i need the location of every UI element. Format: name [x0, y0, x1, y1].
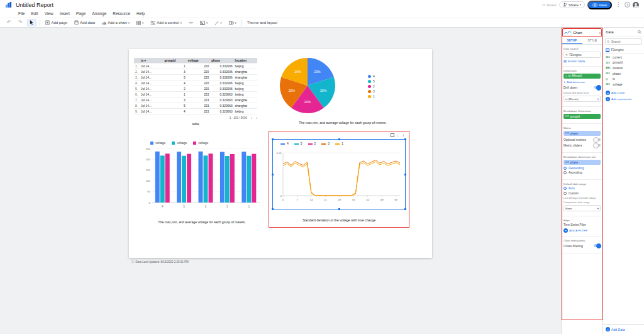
menu-page[interactable]: Page — [75, 11, 86, 16]
field-search[interactable] — [605, 38, 642, 45]
add-data-button[interactable]: Add data — [72, 19, 97, 26]
breakdown-dimension-chip[interactable]: 123 groupid — [564, 114, 601, 119]
pie-legend-item[interactable]: 1 — [368, 94, 375, 98]
next-page-icon[interactable]: › — [256, 116, 257, 120]
pie-legend-item[interactable]: 2 — [368, 84, 375, 88]
edit-toolbar: ↶ ↷ Add page Add data Add a chart ▾ ▾ Ad… — [0, 18, 644, 28]
dimension-chip[interactable]: ◷ ts (Minute) — [564, 74, 601, 79]
line-legend-item[interactable]: 1 — [335, 142, 343, 145]
view-button[interactable]: View — [587, 1, 612, 9]
report-page[interactable]: ts ▾groupidvoltagephaselocation 1.Jul 14… — [129, 49, 432, 258]
pie-legend-item[interactable]: 4 — [368, 74, 375, 78]
bar-legend-item[interactable]: voltage — [150, 141, 165, 145]
blend-data-button[interactable]: BLEND DATA — [564, 60, 601, 63]
add-field-button[interactable]: + Add a field — [606, 91, 641, 95]
add-line-button[interactable]: ▾ — [213, 20, 223, 26]
column-header-groupid[interactable]: groupid — [163, 58, 186, 64]
bar-legend-item[interactable]: voltage — [193, 141, 208, 145]
report-canvas[interactable]: ts ▾groupidvoltagephaselocation 1.Jul 14… — [0, 28, 561, 334]
sort-ascending-radio[interactable]: Ascending — [564, 171, 601, 174]
bar-legend-item[interactable]: voltage — [172, 141, 187, 145]
add-image-button[interactable]: ▾ — [198, 20, 209, 26]
resize-handle[interactable] — [272, 208, 274, 210]
pie-chart[interactable]: 20%20%20%20%20% 45231 The max,min, and a… — [275, 55, 411, 125]
add-parameter-button[interactable]: + Add a parameter — [606, 97, 641, 101]
metric-chip[interactable]: 123 phase — [564, 131, 601, 136]
field-voltage[interactable]: 123voltage — [603, 82, 644, 87]
line-legend-item[interactable]: 4 — [280, 142, 289, 145]
download-icon[interactable]: ↓ — [397, 133, 399, 137]
theme-layout-button[interactable]: Theme and layout — [245, 20, 279, 25]
add-control-button[interactable]: Add a control ▾ — [148, 20, 184, 26]
line-legend-item[interactable]: 2 — [308, 142, 316, 145]
menu-resource[interactable]: Resource — [112, 11, 131, 16]
menu-file[interactable]: File — [18, 11, 25, 16]
search-icon[interactable] — [638, 30, 641, 34]
search-input[interactable] — [611, 40, 636, 43]
sort-field-chip[interactable]: 123 phase — [564, 160, 601, 165]
optional-metrics-toggle[interactable] — [594, 138, 601, 142]
prev-page-icon[interactable]: ‹ — [251, 116, 252, 120]
field-phase[interactable]: 123phase — [603, 71, 644, 77]
menu-view[interactable]: View — [44, 11, 54, 16]
column-header-voltage[interactable]: voltage — [187, 58, 210, 64]
tab-setup[interactable]: SETUP — [562, 38, 582, 44]
share-button[interactable]: Share ▾ — [559, 1, 585, 8]
chart-more-icon[interactable]: ⋮ — [401, 133, 405, 137]
undo-button[interactable]: ↶ — [5, 19, 13, 26]
menu-help[interactable]: Help — [136, 11, 145, 16]
metric-sliders-toggle[interactable] — [594, 144, 601, 147]
column-header-ts[interactable]: ts ▾ — [140, 58, 163, 64]
reset-button[interactable]: ↺ Reset — [542, 3, 557, 7]
line-legend-item[interactable]: 3 — [321, 142, 330, 145]
fullscreen-icon[interactable] — [391, 133, 394, 137]
svg-text:0: 0 — [282, 198, 284, 201]
select-tool[interactable] — [27, 19, 36, 26]
bar-chart[interactable]: voltagevoltagevoltage 050100150200250452… — [142, 141, 262, 216]
add-filter-button[interactable]: + ADD A FILTER — [564, 228, 601, 233]
report-title[interactable]: Untitled Report — [16, 2, 53, 8]
column-header-phase[interactable]: phase — [210, 58, 233, 64]
help-icon[interactable]: ? — [625, 2, 630, 8]
line-chart[interactable]: 45231 0.0100714212835424956 — [272, 139, 406, 209]
tab-style[interactable]: STYLE — [582, 38, 603, 44]
avatar[interactable] — [633, 2, 639, 8]
date-custom-radio[interactable]: Custom — [564, 192, 601, 195]
drill-down-toggle[interactable] — [594, 86, 601, 89]
cross-filtering-toggle[interactable] — [594, 244, 601, 247]
add-shape-button[interactable]: ▾ — [227, 20, 238, 26]
default-drill-select[interactable]: ts (Minute) ▾ — [564, 96, 601, 102]
date-auto-radio[interactable]: Auto — [564, 187, 601, 190]
resize-handle[interactable] — [338, 208, 340, 210]
resize-handle[interactable] — [338, 138, 340, 140]
community-visualizations-button[interactable]: ▾ — [135, 20, 145, 26]
field-location[interactable]: ABClocation — [603, 65, 644, 71]
more-options-icon[interactable]: ⋮ — [614, 3, 622, 8]
field-groupid[interactable]: 123groupid — [603, 60, 644, 66]
line-legend-item[interactable]: 5 — [294, 142, 303, 145]
menu-arrange[interactable]: Arrange — [91, 11, 107, 16]
sort-descending-radio[interactable]: Descending — [564, 167, 601, 170]
data-studio-logo[interactable] — [5, 1, 12, 8]
menu-edit[interactable]: Edit — [30, 11, 38, 16]
pie-legend-item[interactable]: 3 — [368, 89, 375, 93]
column-header-location[interactable]: location — [234, 58, 257, 64]
embed-button[interactable]: <> — [187, 20, 195, 25]
pie-legend-item[interactable]: 5 — [368, 79, 375, 83]
add-dimension-button[interactable]: + Add dimension — [564, 80, 601, 84]
field-current[interactable]: 123current — [603, 55, 644, 60]
add-data-bottom-button[interactable]: + Add Data — [603, 324, 644, 334]
field-ts[interactable]: ◷ts — [603, 76, 644, 82]
comparison-date-select[interactable]: None ▾ — [564, 205, 601, 211]
resize-handle[interactable] — [404, 208, 406, 210]
resize-handle[interactable] — [272, 138, 274, 140]
redo-button[interactable]: ↷ — [16, 19, 25, 26]
table-chart[interactable]: ts ▾groupidvoltagephaselocation 1.Jul 14… — [134, 58, 257, 126]
add-chart-button[interactable]: Add a chart ▾ — [100, 20, 131, 26]
chart-type-header[interactable]: Chart ▾ — [562, 28, 602, 38]
add-page-button[interactable]: Add page — [43, 19, 69, 26]
data-source-row[interactable]: TDengine — [603, 47, 644, 54]
data-source-chip[interactable]: ✎ TDengine — [564, 52, 601, 58]
resize-handle[interactable] — [404, 138, 406, 140]
menu-insert[interactable]: Insert — [59, 11, 70, 16]
